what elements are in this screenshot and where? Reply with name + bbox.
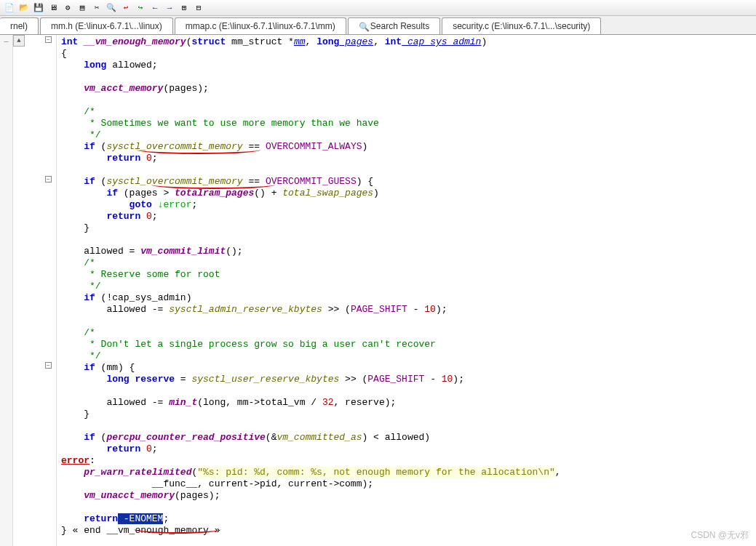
code-token: "%s: pid: %d, comm: %s, not enough memor…: [197, 467, 554, 478]
code-token: ↓: [152, 199, 164, 210]
code-token: * Sometimes we want to use more memory t…: [61, 118, 379, 129]
code-token: */: [61, 129, 101, 140]
code-token: (mm) {: [95, 362, 135, 373]
code-token: /*: [61, 106, 95, 117]
tab-bar: rnel) mm.h (E:\linux-6.7.1\...\linux) mm…: [0, 16, 756, 35]
toolbar-icon[interactable]: 📂: [17, 2, 31, 14]
editor-area: — ▲ − − − int __vm_enough_memory(struct …: [0, 35, 756, 546]
code-token: -: [424, 374, 441, 385]
search-icon: 🔍: [359, 22, 367, 31]
code-token: if: [61, 141, 95, 152]
code-token: :: [89, 455, 95, 466]
code-token: OVERCOMMIT_GUESS: [266, 176, 357, 187]
code-editor[interactable]: int __vm_enough_memory(struct mm_struct …: [57, 35, 756, 546]
toolbar-icon[interactable]: ↪: [134, 2, 147, 14]
code-token: __func__, current->pid, current->comm);: [61, 478, 373, 489]
toolbar-icon[interactable]: ⊞: [178, 2, 191, 14]
code-token: 0: [146, 153, 152, 164]
code-token: 0: [146, 211, 152, 222]
code-gutter[interactable]: − − −: [25, 35, 57, 546]
code-token: vm_commit_limit: [140, 246, 226, 257]
code-token: }: [61, 409, 89, 419]
toolbar-icon[interactable]: 🖥: [47, 2, 60, 14]
code-token: percpu_counter_read_positive: [106, 432, 265, 443]
toolbar-icon[interactable]: 🔍: [105, 2, 118, 14]
code-token: allowed -=: [61, 304, 169, 315]
code-token: vm_committed_as: [276, 432, 362, 443]
code-token: ): [373, 188, 379, 198]
fold-handle-icon[interactable]: −: [45, 36, 52, 43]
code-token: (&: [266, 432, 277, 443]
code-token: ): [481, 36, 487, 47]
tab-search-results[interactable]: 🔍Search Results: [348, 17, 440, 34]
code-token: ==: [243, 176, 266, 187]
code-token: (pages);: [175, 490, 220, 501]
toolbar-icon[interactable]: 💾: [32, 2, 45, 14]
tab-label: mm.h (E:\linux-6.7.1\...\linux): [51, 21, 162, 31]
code-token: totalram_pages: [175, 188, 254, 198]
code-token: sysctl_admin_reserve_kbytes: [169, 304, 322, 315]
toolbar-icon[interactable]: ←: [148, 2, 162, 14]
code-token: () +: [254, 188, 282, 198]
code-token: reserve: [130, 374, 175, 385]
tab-mmap-c[interactable]: mmap.c (E:\linux-6.7.1\linux-6.7.1\mm): [175, 17, 346, 34]
code-token: );: [453, 374, 464, 385]
code-token: ;: [152, 211, 158, 222]
code-token: int: [385, 36, 402, 47]
tab-security-c[interactable]: security.c (E:\linux-6.7.1\...\security): [442, 17, 601, 34]
code-token: mm_struct *: [226, 36, 294, 47]
code-token: ;: [191, 199, 197, 210]
code-token: }: [61, 222, 89, 233]
code-token: ();: [226, 246, 242, 257]
code-token: ) < allowed): [362, 432, 431, 443]
code-token: pr_warn_ratelimited: [61, 467, 191, 478]
code-token: sysctl_overcommit_memory: [106, 176, 242, 187]
code-token: mm: [294, 36, 306, 47]
code-token: long: [61, 374, 130, 385]
code-token: (!cap_sys_admin): [95, 292, 192, 303]
code-token: « end __vm_enough_memory »: [73, 525, 220, 536]
code-token: sysctl_overcommit_memory: [106, 141, 242, 152]
code-token: int: [61, 36, 84, 47]
code-token: ,: [306, 36, 317, 47]
code-token: error: [163, 199, 191, 210]
code-token: allowed;: [106, 60, 157, 71]
code-token: 10: [442, 374, 453, 385]
code-token: total_swap_pages: [282, 188, 373, 198]
code-token: =: [175, 374, 191, 385]
toolbar-icon[interactable]: ▤: [76, 2, 89, 14]
toolbar-icon[interactable]: ⚙: [61, 2, 74, 14]
code-token: ) {: [357, 176, 373, 187]
code-token: ;: [152, 153, 158, 164]
tab-rnel[interactable]: rnel): [0, 17, 39, 34]
scroll-up-icon[interactable]: ▲: [13, 35, 25, 47]
code-token: (: [95, 176, 107, 187]
code-token: if: [61, 188, 118, 198]
code-label: error: [61, 455, 89, 466]
toolbar-icon[interactable]: ⊟: [192, 2, 205, 14]
tab-mm-h[interactable]: mm.h (E:\linux-6.7.1\...\linux): [40, 17, 173, 34]
code-selection: -ENOMEM: [118, 513, 163, 524]
code-token: >> (: [339, 374, 367, 385]
code-token: (pages);: [163, 83, 208, 94]
toolbar-icon[interactable]: ↩: [119, 2, 132, 14]
toolbar-icon[interactable]: ✂: [90, 2, 103, 14]
code-token: 10: [424, 304, 436, 315]
code-token: if: [61, 292, 95, 303]
toolbar-icon[interactable]: →: [163, 2, 176, 14]
fold-handle-icon[interactable]: −: [45, 176, 52, 182]
code-token: */: [61, 350, 101, 361]
code-token: (long, mm->total_vm /: [197, 397, 322, 408]
code-token: return: [61, 443, 146, 454]
code-token: * Reserve some for root: [61, 269, 220, 280]
fold-handle-icon[interactable]: −: [45, 362, 52, 369]
tab-label: security.c (E:\linux-6.7.1\...\security): [453, 21, 590, 31]
code-token: */: [61, 281, 101, 292]
code-token: >> (: [322, 304, 351, 315]
toolbar: 📄 📂 💾 🖥 ⚙ ▤ ✂ 🔍 ↩ ↪ ← → ⊞ ⊟: [0, 0, 756, 16]
code-token: vm_acct_memory: [61, 83, 163, 94]
code-token: (: [95, 432, 107, 443]
code-token: PAGE_SHIFT: [351, 304, 407, 315]
code-token: __vm_enough_memory: [84, 36, 186, 47]
toolbar-icon[interactable]: 📄: [3, 2, 16, 14]
